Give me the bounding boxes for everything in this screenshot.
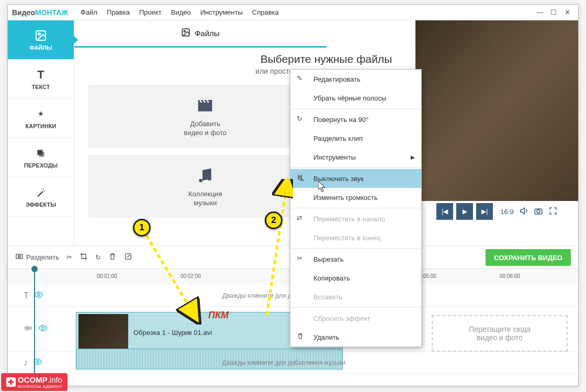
preview-panel: |◀ ▶ ▶| 16:9 <box>415 20 579 222</box>
svg-point-24 <box>42 327 44 329</box>
tool-crop[interactable] <box>80 252 88 262</box>
sidebar-item-transitions[interactable]: ПЕРЕХОДЫ <box>8 138 74 177</box>
tool-edit[interactable] <box>124 252 132 262</box>
context-menu: ✎Редактировать Убрать чёрные полосы ↻Пов… <box>290 69 422 347</box>
svg-point-4 <box>43 188 44 189</box>
save-video-button[interactable]: СОХРАНИТЬ ВИДЕО <box>486 249 571 266</box>
menu-file[interactable]: Файл <box>81 8 97 16</box>
ctx-mute[interactable]: Выключить звук <box>290 169 421 188</box>
card-add-video[interactable]: Добавить видео и фото <box>88 85 323 148</box>
menu-bar: Файл Правка Проект Видео Инструменты Спр… <box>81 8 279 16</box>
svg-point-22 <box>38 293 40 296</box>
eye-icon[interactable] <box>34 290 43 301</box>
tool-cut[interactable]: ✂ <box>66 253 72 261</box>
music-icon <box>195 165 216 186</box>
svg-line-27 <box>146 236 194 314</box>
svg-point-14 <box>199 179 203 183</box>
annotation-rightclick-label: ПКМ <box>208 310 229 321</box>
camera-icon[interactable] <box>534 206 543 217</box>
star-icon: ★ <box>35 108 47 120</box>
ctx-volume[interactable]: Изменить громкость <box>290 188 421 207</box>
video-dropzone[interactable]: Перетащите сюда видео и фото <box>432 315 568 352</box>
volume-icon[interactable] <box>519 206 528 217</box>
svg-rect-3 <box>39 151 44 156</box>
menu-edit[interactable]: Правка <box>107 8 130 16</box>
svg-point-1 <box>38 33 40 35</box>
aspect-ratio[interactable]: 16:9 <box>500 208 513 216</box>
sidebar-label: ФАЙЛЫ <box>29 44 52 51</box>
preview-video[interactable] <box>415 20 579 201</box>
tool-rotate[interactable]: ↻ <box>95 253 101 261</box>
sidebar-item-effects[interactable]: ЭФФЕКТЫ <box>8 177 74 217</box>
sidebar-label: ЭФФЕКТЫ <box>26 201 56 208</box>
trash-icon <box>297 332 306 342</box>
music-track-icon: ♪ <box>24 358 28 367</box>
eye-icon[interactable] <box>38 323 48 335</box>
ctx-reset-effect: Сбросить эффект <box>290 309 421 328</box>
svg-point-5 <box>44 190 45 191</box>
ctx-move-end: Переместить в конец <box>290 228 421 247</box>
app-logo: ВидеоМОНТАЖ <box>12 8 68 17</box>
next-button[interactable]: ▶| <box>476 203 493 220</box>
rotate-icon: ↻ <box>297 115 306 124</box>
wand-icon <box>35 186 47 199</box>
svg-point-6 <box>41 188 42 189</box>
camera-track-icon <box>24 323 33 335</box>
split-icon <box>15 252 24 262</box>
ctx-tools-submenu[interactable]: Инструменты▶ <box>290 148 421 166</box>
mute-icon <box>297 174 306 183</box>
chevron-right-icon: ▶ <box>411 154 415 160</box>
tab-files[interactable]: Файлы <box>74 20 326 48</box>
fullscreen-icon[interactable] <box>548 206 558 217</box>
scissors-icon: ✂ <box>297 254 306 264</box>
sidebar-item-pictures[interactable]: ★ КАРТИНКИ <box>8 99 74 138</box>
svg-point-15 <box>208 177 211 181</box>
text-icon: T <box>35 69 47 81</box>
maximize-button[interactable]: ☐ <box>547 7 560 18</box>
sidebar: ФАЙЛЫ T ТЕКСТ ★ КАРТИНКИ ПЕРЕХОДЫ ЭФФЕКТ… <box>8 20 74 245</box>
menu-help[interactable]: Справка <box>252 8 279 16</box>
svg-point-8 <box>184 30 185 32</box>
plus-icon: ✚ <box>6 377 16 387</box>
menu-video[interactable]: Видео <box>171 8 191 16</box>
menu-tools[interactable]: Инструменты <box>200 8 243 16</box>
prev-button[interactable]: |◀ <box>436 203 453 220</box>
pencil-icon: ✎ <box>297 74 306 84</box>
watermark: ✚ OCOMP.infoВОПРОСЫ АДМИНУ <box>1 373 67 391</box>
play-button[interactable]: ▶ <box>456 203 473 220</box>
close-button[interactable]: ✕ <box>560 7 574 18</box>
ctx-edit[interactable]: ✎Редактировать <box>290 70 421 88</box>
ctx-paste: Вставить <box>290 287 421 306</box>
ctx-delete[interactable]: Удалить <box>290 328 421 346</box>
annotation-badge-1: 1 <box>133 219 151 237</box>
clip-name: Обрезка 1 - Шурик 01.avi <box>133 329 212 337</box>
sidebar-item-text[interactable]: T ТЕКСТ <box>8 60 74 99</box>
ctx-copy[interactable]: Копировать <box>290 268 421 287</box>
cursor-icon <box>318 181 326 193</box>
sidebar-item-files[interactable]: ФАЙЛЫ <box>8 20 74 60</box>
track-music: ♪ Дважды кликните для добавления музыки <box>8 352 578 374</box>
playhead[interactable] <box>34 269 35 386</box>
track-music-body[interactable]: Дважды кликните для добавления музыки <box>76 352 578 373</box>
sidebar-label: ПЕРЕХОДЫ <box>24 162 58 169</box>
annotation-badge-2: 2 <box>265 211 283 229</box>
text-track-icon: T <box>24 291 29 300</box>
tool-split[interactable]: Разделить <box>15 252 59 262</box>
ctx-remove-blackbars[interactable]: Убрать чёрные полосы <box>290 88 421 107</box>
move-icon: ⇄ <box>297 214 306 223</box>
minimize-button[interactable]: — <box>533 7 547 18</box>
menu-project[interactable]: Проект <box>139 8 162 16</box>
tool-delete[interactable] <box>108 252 117 262</box>
image-icon <box>181 28 190 39</box>
svg-rect-20 <box>20 254 22 259</box>
ctx-move-start: ⇄Переместить в начало <box>290 209 421 228</box>
ctx-rotate[interactable]: ↻Повернуть на 90° <box>290 110 421 129</box>
svg-line-29 <box>267 184 287 315</box>
annotation-arrow-1 <box>141 230 204 324</box>
titlebar: ВидеоМОНТАЖ Файл Правка Проект Видео Инс… <box>8 5 578 20</box>
annotation-arrow-2 <box>262 179 293 320</box>
ctx-split-clip[interactable]: Разделить клип <box>290 129 421 148</box>
clip-thumbnail <box>78 314 128 352</box>
ctx-cut[interactable]: ✂Вырезать <box>290 250 421 268</box>
image-icon <box>35 29 47 42</box>
